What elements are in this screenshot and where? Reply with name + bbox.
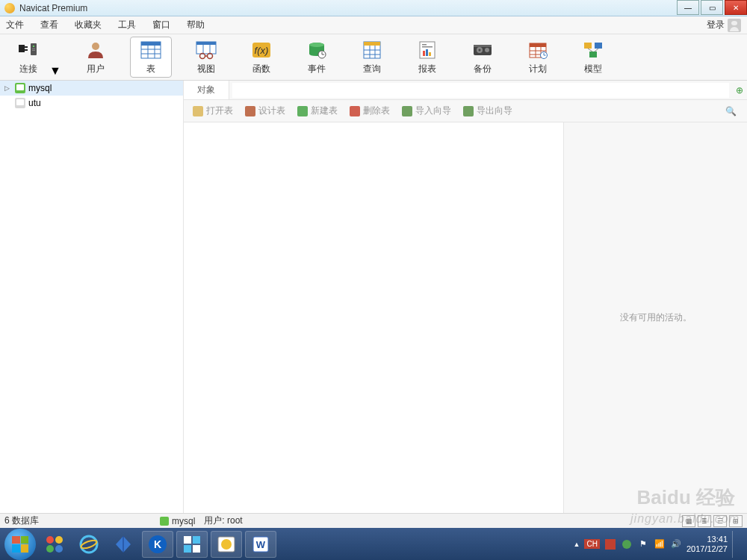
function-button[interactable]: f(x) 函数 (241, 37, 282, 78)
expand-icon[interactable]: ▷ (4, 84, 12, 92)
menu-window[interactable]: 窗口 (152, 19, 170, 31)
svg-rect-54 (584, 43, 592, 49)
close-button[interactable]: ✕ (725, 0, 747, 15)
taskbar-app-1[interactable] (39, 531, 70, 558)
menu-tools[interactable]: 工具 (118, 19, 136, 31)
content-area: 对象 ⊕ 打开表 设计表 新建表 删除表 导入向导 导出向导 🔍 没有可用的活动… (184, 81, 747, 513)
connection-dropdown[interactable]: ▼ (49, 64, 61, 78)
svg-point-18 (199, 54, 205, 59)
table-button[interactable]: 表 (130, 37, 172, 78)
svg-point-72 (221, 539, 232, 550)
add-object-icon[interactable]: ⊕ (732, 85, 747, 96)
tree-item-utu[interactable]: utu (0, 96, 183, 111)
design-table-button[interactable]: 设计表 (241, 105, 290, 117)
svg-rect-68 (193, 536, 200, 544)
taskbar-navicat[interactable] (211, 531, 242, 558)
new-table-button[interactable]: 新建表 (293, 105, 342, 117)
schedule-icon (525, 39, 551, 61)
svg-rect-35 (422, 44, 427, 46)
import-wizard-button[interactable]: 导入向导 (397, 105, 456, 117)
event-icon (304, 39, 329, 61)
table-icon (138, 39, 164, 61)
status-bar: 6 数据库 mysql 用户: root ▦ ≣ ☰ ⊞ (0, 513, 747, 528)
svg-rect-46 (530, 43, 546, 47)
menu-help[interactable]: 帮助 (187, 19, 205, 31)
status-view-switcher: ▦ ≣ ☰ ⊞ (682, 515, 743, 527)
view-er-icon[interactable]: ⊞ (729, 515, 743, 527)
svg-point-7 (92, 43, 99, 50)
menu-favorites[interactable]: 收藏夹 (75, 19, 102, 31)
database-icon (15, 83, 25, 93)
svg-rect-56 (589, 52, 597, 57)
query-icon (359, 39, 385, 61)
view-icon (193, 39, 219, 61)
taskbar-ie[interactable] (73, 531, 105, 558)
object-filter-input[interactable] (232, 83, 729, 98)
backup-button[interactable]: 备份 (462, 37, 503, 78)
svg-rect-69 (184, 545, 191, 553)
taskbar-app-4[interactable]: K (142, 531, 173, 558)
object-tab[interactable]: 对象 (184, 81, 229, 99)
search-icon[interactable]: 🔍 (725, 106, 737, 116)
view-grid-icon[interactable]: ▦ (682, 515, 695, 527)
report-button[interactable]: 报表 (406, 37, 448, 78)
user-button[interactable]: 用户 (75, 37, 117, 78)
tray-volume-icon[interactable]: 🔊 (670, 538, 682, 550)
query-button[interactable]: 查询 (351, 37, 393, 78)
object-tab-bar: 对象 ⊕ (184, 81, 747, 100)
maximize-button[interactable]: ▭ (701, 0, 723, 15)
start-button[interactable] (4, 529, 36, 560)
view-list-icon[interactable]: ≣ (698, 515, 711, 527)
delete-table-button[interactable]: 删除表 (345, 105, 394, 117)
tray-icon-1[interactable] (604, 538, 616, 550)
svg-rect-9 (141, 42, 161, 46)
tray-network-icon[interactable]: 📶 (654, 538, 666, 550)
connection-button[interactable]: 连接 (7, 37, 49, 78)
view-button[interactable]: 视图 (185, 37, 227, 78)
tray-clock[interactable]: 13:41 2017/12/27 (686, 535, 728, 553)
show-desktop-button[interactable] (732, 531, 738, 558)
main-area: ▷ mysql utu 对象 ⊕ 打开表 设计表 新建表 删除表 导入向导 导出… (0, 81, 747, 513)
menu-view[interactable]: 查看 (40, 19, 58, 31)
svg-point-76 (622, 540, 631, 549)
menu-file[interactable]: 文件 (6, 19, 24, 31)
svg-rect-5 (32, 49, 35, 49)
delete-icon (350, 106, 360, 116)
taskbar-app-3[interactable] (108, 531, 139, 558)
svg-rect-38 (426, 49, 428, 56)
menu-login[interactable]: 登录 (707, 19, 725, 31)
taskbar-explorer[interactable] (176, 531, 208, 558)
tray-ime[interactable]: CH (584, 539, 599, 549)
export-wizard-button[interactable]: 导出向导 (459, 105, 517, 117)
windows-taskbar: K W ▲ CH ⚑ 📶 🔊 13:41 2017/12/27 (0, 528, 747, 560)
view-detail-icon[interactable]: ☰ (713, 515, 727, 527)
svg-rect-39 (429, 52, 431, 56)
svg-point-24 (309, 43, 324, 47)
svg-text:f(x): f(x) (254, 45, 268, 56)
model-button[interactable]: 模型 (572, 37, 614, 78)
svg-point-19 (207, 54, 212, 59)
backup-icon (470, 39, 495, 61)
open-table-button[interactable]: 打开表 (188, 105, 238, 117)
window-controls: — ▭ ✕ (675, 0, 747, 16)
svg-line-57 (588, 49, 592, 52)
window-titlebar: Navicat Premium — ▭ ✕ (0, 0, 747, 16)
new-icon (297, 106, 308, 116)
minimize-button[interactable]: — (677, 0, 699, 15)
svg-point-43 (485, 48, 489, 52)
table-action-bar: 打开表 设计表 新建表 删除表 导入向导 导出向导 🔍 (184, 100, 747, 122)
tray-show-hidden[interactable]: ▲ (574, 541, 580, 548)
taskbar-word[interactable]: W (245, 531, 276, 558)
svg-point-62 (55, 545, 63, 553)
event-button[interactable]: 事件 (296, 37, 338, 78)
tray-icon-2[interactable] (621, 538, 633, 550)
plug-icon (16, 39, 41, 61)
tree-item-mysql[interactable]: ▷ mysql (0, 81, 183, 96)
svg-rect-44 (474, 45, 492, 47)
window-title: Navicat Premium (19, 3, 675, 13)
tray-flag-icon[interactable]: ⚑ (637, 538, 649, 550)
main-toolbar: 连接 ▼ 用户 表 视图 f(x) 函数 事件 查询 报表 备份 计划 模型 (0, 34, 747, 81)
avatar-icon[interactable] (728, 19, 741, 32)
object-list (184, 122, 563, 513)
schedule-button[interactable]: 计划 (517, 37, 559, 78)
